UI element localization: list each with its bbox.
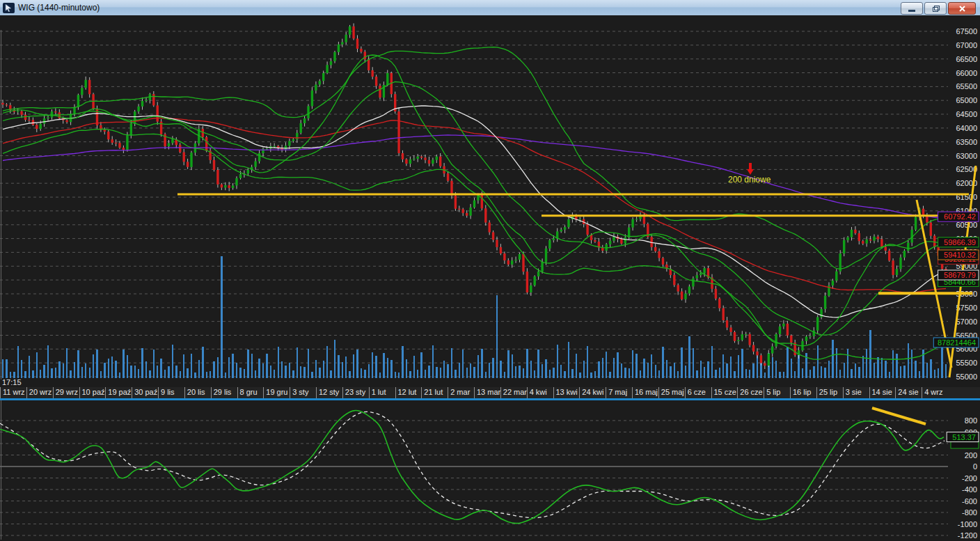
- date-label: 24 kwi: [579, 387, 606, 398]
- date-label: 16 lip: [790, 387, 816, 398]
- volume-bars: [2, 256, 947, 378]
- value-box-label: 513.37: [952, 433, 976, 441]
- oscillator-signal-line: [0, 411, 945, 517]
- date-label: 16 maj: [632, 387, 658, 398]
- minimize-button[interactable]: [901, 2, 923, 15]
- price-axis-label: 63500: [956, 138, 977, 146]
- date-label: 20 wrz: [26, 387, 53, 398]
- price-axis-label: 66500: [956, 55, 977, 63]
- time-label: 17:15: [2, 378, 22, 386]
- date-label: 4 kwi: [527, 387, 553, 398]
- price-axis-label: 63000: [956, 152, 977, 160]
- date-label: 7 maj: [606, 387, 632, 398]
- oscillator-axis-label: 200: [965, 451, 977, 460]
- oscillator-axis-label: -200: [962, 474, 977, 483]
- date-label: 25 lip: [816, 387, 843, 398]
- date-label: 13 mar: [474, 387, 500, 398]
- oscillator-axis-label: 800: [965, 416, 977, 425]
- oscillator-yellow-trendline[interactable]: [872, 408, 926, 424]
- price-axis-label: 66000: [956, 69, 977, 77]
- ma-line-bollinger-upper: [3, 47, 946, 269]
- value-box-label: 878214464: [938, 338, 976, 347]
- date-label: 23 sty: [342, 387, 369, 398]
- window-titlebar: WIG (1440-minutowo): [0, 0, 980, 16]
- price-axis-label: 65000: [956, 96, 977, 104]
- date-label: 2 mar: [448, 387, 474, 398]
- date-label: 24 sie: [895, 387, 922, 398]
- close-button[interactable]: [948, 2, 976, 15]
- restore-icon: [933, 6, 939, 11]
- date-label: 26 cze: [737, 387, 764, 398]
- value-box-label: 58679.79: [944, 271, 976, 279]
- annotation-label: 200 dniowe: [728, 175, 771, 185]
- date-axis: 11 wrz20 wrz29 wrz10 paź19 paź30 paź9 li…: [0, 387, 980, 398]
- date-label: 29 lis: [211, 387, 237, 398]
- oscillator-axis-label: 0: [973, 462, 977, 471]
- date-label: 5 lip: [764, 387, 790, 398]
- app-icon[interactable]: [3, 3, 15, 13]
- main-chart[interactable]: 5500055500560005650057000575005800058500…: [0, 15, 980, 387]
- date-label: 20 lis: [184, 387, 211, 398]
- candles: [1, 24, 947, 370]
- date-label: 11 wrz: [0, 387, 26, 398]
- close-icon: [959, 6, 965, 12]
- oscillator-grid: -1200-1000-800-600-400-2000200400600800: [0, 400, 977, 540]
- window-controls: [901, 2, 976, 15]
- oscillator-axis-label: -1200: [958, 531, 977, 540]
- value-box-label: 59410.32: [944, 251, 976, 259]
- date-label: 30 paź: [132, 387, 158, 398]
- date-label: 22 mar: [500, 387, 527, 398]
- value-box-label: 59866.39: [944, 238, 976, 246]
- oscillator-axis-label: -1000: [958, 520, 977, 528]
- oscillator-chart[interactable]: -1200-1000-800-600-400-20002004006008005…: [0, 400, 980, 541]
- date-label: 3 sie: [843, 387, 869, 398]
- cursor-icon: [5, 4, 13, 12]
- value-box-hidden: [951, 441, 979, 448]
- price-axis-label: 64000: [956, 124, 977, 132]
- price-grid: 5500055500560005650057000575005800058500…: [0, 27, 977, 381]
- price-axis-label: 67500: [956, 27, 977, 36]
- annotation-200-day: 200 dniowe: [728, 163, 771, 185]
- date-label: 1 lut: [369, 387, 395, 398]
- down-arrow-icon: [747, 169, 754, 175]
- price-axis-label: 65500: [956, 82, 977, 91]
- date-label: 13 kwi: [553, 387, 580, 398]
- oscillator-axis-label: -400: [962, 485, 977, 494]
- date-label: 21 lut: [421, 387, 448, 398]
- oscillator-axis-label: -800: [962, 508, 977, 517]
- date-label: 12 lut: [395, 387, 422, 398]
- price-axis-label: 55500: [956, 359, 977, 367]
- date-label: 25 maj: [658, 387, 685, 398]
- restore-button[interactable]: [924, 2, 947, 15]
- window-title: WIG (1440-minutowo): [18, 0, 100, 15]
- date-label: 8 gru: [237, 387, 264, 398]
- ma-line-bollinger-lower: [3, 130, 946, 360]
- date-label: 19 paź: [105, 387, 132, 398]
- date-label: 4 wrz: [922, 387, 948, 398]
- minimize-icon: [908, 10, 915, 12]
- date-label: 10 paź: [79, 387, 106, 398]
- date-label: 12 sty: [316, 387, 342, 398]
- date-label: 3 sty: [290, 387, 316, 398]
- oscillator-axis-label: -600: [962, 497, 977, 505]
- price-axis-label: 64500: [956, 110, 977, 118]
- price-axis-label: 67000: [956, 41, 977, 49]
- date-label: 15 cze: [711, 387, 738, 398]
- date-label: 6 cze: [685, 387, 711, 398]
- application-window: WIG (1440-minutowo) 55000555005600056500…: [0, 0, 980, 541]
- date-label: 19 gru: [263, 387, 290, 398]
- date-label: 14 sie: [869, 387, 896, 398]
- ma-line-ma-white: [3, 106, 946, 317]
- price-axis-label: 55000: [956, 373, 977, 381]
- date-label: 29 wrz: [53, 387, 79, 398]
- value-box-label: 60792.42: [944, 212, 976, 221]
- date-label: 9 lis: [158, 387, 184, 398]
- price-axis-label: 57000: [956, 317, 977, 326]
